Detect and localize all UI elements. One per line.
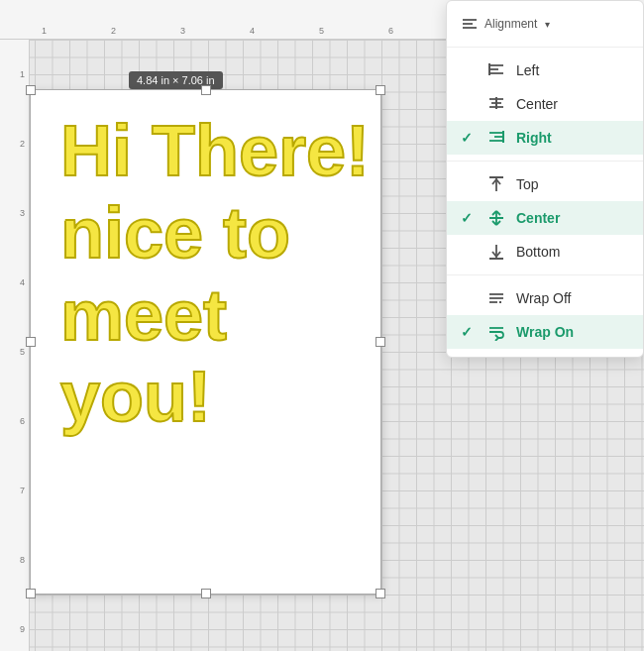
resize-handle-bm[interactable]	[201, 589, 211, 598]
ruler-mark: 7	[20, 486, 25, 495]
align-top-label: Top	[516, 176, 539, 192]
ruler-mark: 5	[20, 347, 25, 357]
align-bottom-item[interactable]: Bottom	[447, 235, 643, 269]
align-left-icon	[486, 61, 506, 79]
alignment-dropdown: Alignment ▾ Left Center	[446, 0, 644, 358]
align-right-icon	[486, 129, 506, 147]
resize-handle-br[interactable]	[376, 589, 385, 598]
divider-3	[447, 274, 643, 275]
align-right-item[interactable]: ✓ Right	[447, 121, 643, 155]
ruler-mark: 8	[20, 555, 25, 565]
resize-handle-tl[interactable]	[26, 85, 36, 95]
canvas-text-content: Hi There!nice tomeetyou!	[60, 110, 371, 438]
divider-1	[447, 47, 643, 48]
align-bottom-label: Bottom	[516, 244, 560, 260]
align-center-h-item[interactable]: Center	[447, 87, 643, 121]
align-center-v-icon	[486, 209, 506, 227]
wrap-on-check: ✓	[461, 324, 477, 340]
resize-handle-tr[interactable]	[376, 85, 385, 95]
ruler-mark: 2	[111, 26, 116, 36]
align-right-label: Right	[516, 130, 552, 146]
ruler-mark: 6	[20, 416, 25, 426]
right-check: ✓	[461, 130, 477, 146]
ruler-mark: 1	[20, 69, 25, 79]
ruler-mark: 3	[20, 208, 25, 218]
align-center-h-icon	[486, 95, 506, 113]
wrap-on-label: Wrap On	[516, 324, 574, 340]
align-center-h-label: Center	[516, 96, 558, 112]
dropdown-header: Alignment ▾	[447, 9, 643, 41]
resize-handle-ml[interactable]	[26, 337, 36, 347]
align-top-item[interactable]: Top	[447, 167, 643, 201]
resize-handle-tm[interactable]	[201, 85, 211, 95]
wrap-off-icon	[486, 289, 506, 307]
align-center-v-item[interactable]: ✓ Center	[447, 201, 643, 235]
alignment-header-icon	[461, 15, 479, 33]
dropdown-chevron-icon: ▾	[545, 19, 550, 30]
ruler-mark: 6	[388, 26, 393, 36]
wrap-off-label: Wrap Off	[516, 290, 572, 306]
align-bottom-icon	[486, 243, 506, 261]
wrap-off-item[interactable]: Wrap Off	[447, 281, 643, 315]
wrap-on-item[interactable]: ✓ Wrap On	[447, 315, 643, 349]
ruler-mark: 1	[42, 26, 47, 36]
center-v-check: ✓	[461, 210, 477, 226]
align-center-v-label: Center	[516, 210, 560, 226]
ruler-mark: 2	[20, 139, 25, 149]
ruler-mark: 5	[319, 26, 324, 36]
ruler-mark: 4	[250, 26, 255, 36]
ruler-mark: 4	[20, 277, 25, 287]
align-top-icon	[486, 175, 506, 193]
ruler-mark: 3	[180, 26, 185, 36]
canvas-document[interactable]: Hi There!nice tomeetyou!	[30, 89, 381, 595]
divider-2	[447, 161, 643, 162]
ruler-mark: 9	[20, 624, 25, 634]
align-left-item[interactable]: Left	[447, 54, 643, 87]
resize-handle-bl[interactable]	[26, 589, 36, 598]
align-left-label: Left	[516, 62, 539, 78]
resize-handle-mr[interactable]	[376, 337, 385, 347]
dropdown-header-label: Alignment	[484, 17, 537, 31]
wrap-on-icon	[486, 323, 506, 341]
